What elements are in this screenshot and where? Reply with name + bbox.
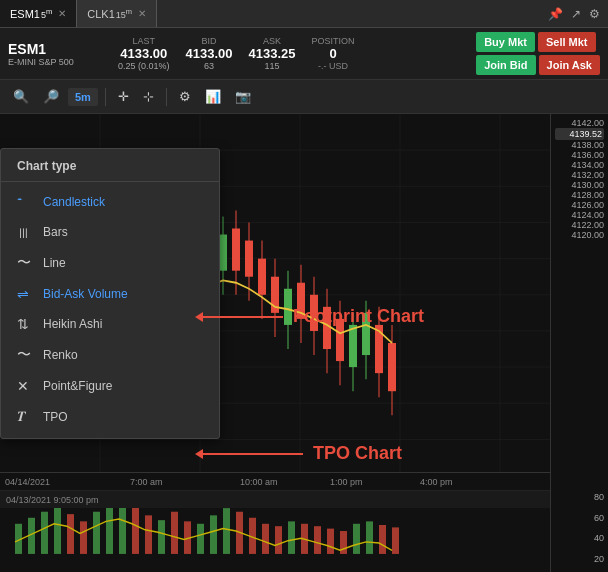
settings-icon[interactable]: ⚙ — [589, 7, 600, 21]
dropdown-title: Chart type — [1, 155, 219, 182]
rsi-60: 60 — [555, 513, 604, 523]
buy-mkt-button[interactable]: Buy Mkt — [476, 32, 535, 52]
dropdown-item-tpo[interactable]: 𝑻 TPO — [1, 401, 219, 432]
tpo-label: TPO — [43, 410, 68, 424]
last-price: 4133.00 — [120, 46, 167, 61]
crosshair-button[interactable]: ⊹ — [138, 86, 159, 107]
ask-size: 115 — [265, 61, 280, 71]
header-actions: Buy Mkt Sell Mkt Join Bid Join Ask — [476, 32, 600, 75]
price-change: 0.25 (0.01%) — [118, 61, 170, 71]
tab-clk1-close[interactable]: ✕ — [138, 8, 146, 19]
renko-icon: 〜 — [17, 346, 33, 364]
popout-icon[interactable]: ↗ — [571, 7, 581, 21]
price-tick-4138: 4138.00 — [555, 140, 604, 150]
pin-icon[interactable]: 📌 — [548, 7, 563, 21]
bid-ask-icon: ⇌ — [17, 286, 33, 302]
screenshot-button[interactable]: 📷 — [230, 86, 256, 107]
price-axis: 4142.00 4139.52 4138.00 4136.00 4134.00 … — [550, 114, 608, 572]
zoom-out-button[interactable]: 🔎 — [38, 86, 64, 107]
symbol-description: E-MINI S&P 500 — [8, 57, 98, 67]
price-tick-4134: 4134.00 — [555, 160, 604, 170]
price-tick-4142: 4142.00 — [555, 118, 604, 128]
price-tick-4128: 4128.00 — [555, 190, 604, 200]
svg-rect-104 — [392, 527, 399, 554]
svg-rect-80 — [80, 521, 87, 554]
svg-rect-84 — [132, 506, 139, 554]
price-tick-4136: 4136.00 — [555, 150, 604, 160]
ask-label: ASK — [263, 36, 281, 46]
tab-esm1-close[interactable]: ✕ — [58, 8, 66, 19]
rsi-axis: 80 60 40 20 — [555, 488, 604, 568]
rsi-20: 20 — [555, 554, 604, 564]
dropdown-item-bid-ask[interactable]: ⇌ Bid-Ask Volume — [1, 279, 219, 309]
sell-mkt-button[interactable]: Sell Mkt — [538, 32, 596, 52]
tab-esm1-timeframe: 5m — [41, 7, 52, 20]
ask-price-group: ASK 4133.25 115 — [249, 36, 296, 71]
svg-rect-87 — [171, 512, 178, 554]
svg-rect-68 — [349, 325, 357, 367]
indicators-button[interactable]: 📊 — [200, 86, 226, 107]
bid-label: BID — [202, 36, 217, 46]
time-label-1pm: 1:00 pm — [330, 477, 363, 487]
position-group: POSITION 0 -.- USD — [312, 36, 355, 71]
price-tick-4132: 4132.00 — [555, 170, 604, 180]
footprint-line — [203, 316, 283, 318]
bid-price-group: BID 4133.00 63 — [186, 36, 233, 71]
bid-ask-label: Bid-Ask Volume — [43, 287, 128, 301]
svg-rect-85 — [145, 515, 152, 554]
cursor-button[interactable]: ✛ — [113, 86, 134, 107]
tab-esm1-label: ESM1 — [10, 8, 40, 20]
zoom-in-button[interactable]: 🔍 — [8, 86, 34, 107]
time-axis: 04/14/2021 7:00 am 10:00 am 1:00 pm 4:00… — [0, 472, 550, 490]
action-row-1: Buy Mkt Sell Mkt — [476, 32, 600, 52]
pf-icon: ✕ — [17, 378, 33, 394]
svg-rect-54 — [258, 259, 266, 295]
chart-area: Chart type 𝄼 Candlestick ⫼ Bars 〜 Line ⇌… — [0, 114, 550, 572]
line-icon: 〜 — [17, 254, 33, 272]
price-tick-4124: 4124.00 — [555, 210, 604, 220]
svg-rect-82 — [106, 502, 113, 554]
svg-rect-91 — [223, 508, 230, 554]
renko-label: Renko — [43, 348, 78, 362]
price-tick-4126: 4126.00 — [555, 200, 604, 210]
dropdown-item-heikin[interactable]: ⇅ Heikin Ashi — [1, 309, 219, 339]
bid-price: 4133.00 — [186, 46, 233, 61]
svg-rect-96 — [288, 521, 295, 554]
time-label-4pm: 4:00 pm — [420, 477, 453, 487]
candlestick-label: Candlestick — [43, 195, 105, 209]
tpo-icon: 𝑻 — [17, 408, 33, 425]
footprint-annotation: Footprint Chart — [195, 306, 424, 327]
dropdown-item-point-figure[interactable]: ✕ Point&Figure — [1, 371, 219, 401]
tpo-annotation: TPO Chart — [195, 443, 402, 464]
rsi-80: 80 — [555, 492, 604, 502]
tab-clk1[interactable]: CLK1 15m ✕ — [77, 0, 157, 27]
bars-icon: ⫼ — [17, 224, 33, 240]
dropdown-item-line[interactable]: 〜 Line — [1, 247, 219, 279]
position-label: POSITION — [312, 36, 355, 46]
tab-esm1[interactable]: ESM1 5m ✕ — [0, 0, 77, 27]
dropdown-item-bars[interactable]: ⫼ Bars — [1, 217, 219, 247]
svg-rect-90 — [210, 515, 217, 554]
main-area: Chart type 𝄼 Candlestick ⫼ Bars 〜 Line ⇌… — [0, 114, 608, 572]
symbol-name: ESM1 — [8, 41, 98, 57]
candlestick-icon: 𝄼 — [17, 193, 33, 210]
settings-toolbar-button[interactable]: ⚙ — [174, 86, 196, 107]
svg-rect-48 — [219, 235, 227, 271]
tab-clk1-timeframe: 15m — [116, 7, 132, 20]
svg-rect-78 — [54, 506, 61, 554]
join-bid-button[interactable]: Join Bid — [476, 55, 535, 75]
price-tick-4130: 4130.00 — [555, 180, 604, 190]
time-label-date: 04/14/2021 — [5, 477, 50, 487]
toolbar-separator-1 — [105, 88, 106, 106]
join-ask-button[interactable]: Join Ask — [539, 55, 600, 75]
svg-rect-81 — [93, 512, 100, 554]
price-tick-4139: 4139.52 — [555, 128, 604, 140]
line-label: Line — [43, 256, 66, 270]
svg-rect-50 — [232, 229, 240, 271]
toolbar: 🔍 🔎 5m ✛ ⊹ ⚙ 📊 📷 — [0, 80, 608, 114]
tpo-label: TPO Chart — [313, 443, 402, 464]
tpo-arrow — [195, 449, 203, 459]
dropdown-item-renko[interactable]: 〜 Renko — [1, 339, 219, 371]
dropdown-item-candlestick[interactable]: 𝄼 Candlestick — [1, 186, 219, 217]
timeframe-button[interactable]: 5m — [68, 88, 98, 106]
